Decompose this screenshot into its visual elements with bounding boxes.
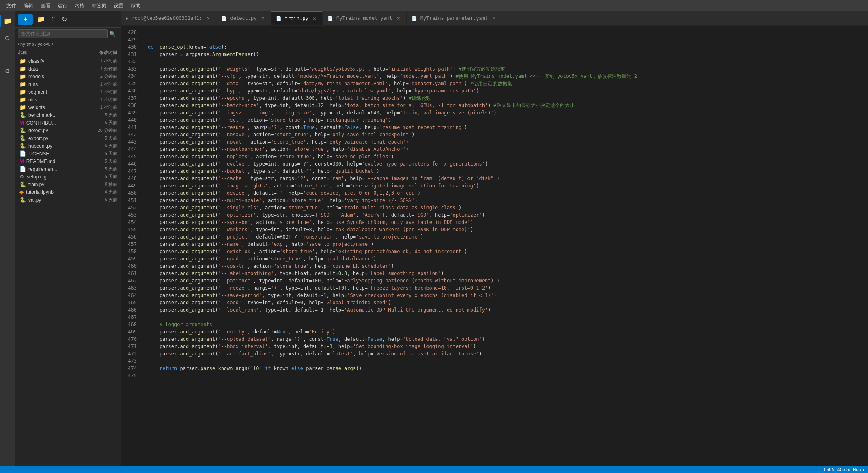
menu-file[interactable]: 文件: [3, 2, 19, 10]
code-line: parser.add_argument('--exist-ok', action…: [148, 248, 868, 255]
col-name: 名称: [18, 49, 27, 56]
file-name: train.py: [28, 182, 101, 187]
line-number: 442: [121, 131, 141, 138]
statusbar-right: CSDN ©Cold-Moon: [824, 467, 864, 472]
tab-close-detect[interactable]: ×: [260, 15, 265, 22]
tab-icon-mytrains_model: 📄: [327, 16, 333, 21]
list-item[interactable]: M README.md 5 天前: [15, 157, 121, 165]
file-time: 5 天前: [105, 112, 117, 118]
menu-tabs[interactable]: 标签页: [88, 2, 110, 10]
gear-icon[interactable]: ⚙: [3, 64, 12, 77]
search-box: 🔍: [15, 28, 121, 40]
list-item[interactable]: 🐍 train.py 几秒前: [15, 181, 121, 188]
line-number: 458: [121, 248, 141, 255]
code-line: [148, 58, 868, 65]
list-item[interactable]: ◆ tutorial.ipynb 4 天前: [15, 188, 121, 196]
file-name: classify: [28, 58, 98, 64]
new-button[interactable]: +: [18, 14, 33, 25]
tab-label-root: root@leb5ee02e000301a41:: [132, 15, 202, 21]
file-list-header: 名称 修改时间: [15, 48, 121, 57]
code-line: parser.add_argument('--noautoanchor', ac…: [148, 146, 868, 153]
py-icon: 🐍: [19, 197, 26, 203]
line-number: 451: [121, 197, 141, 204]
list-item[interactable]: 🐍 export.py 5 天前: [15, 134, 121, 142]
list-item[interactable]: 📄 requiremen... 5 天前: [15, 165, 121, 173]
list-item[interactable]: 📁 weights 1 小时前: [15, 103, 121, 111]
menu-help[interactable]: 帮助: [127, 2, 144, 10]
list-item[interactable]: 📄 LICENSE 5 天前: [15, 150, 121, 157]
line-numbers: 4284294304314324334344354364374384394404…: [121, 26, 141, 466]
refresh-button[interactable]: ↻: [60, 14, 69, 25]
tab-close-mytrains_model[interactable]: ×: [395, 15, 401, 22]
sidebar-toolbar: + 📁 ⇧ ↻: [15, 11, 121, 28]
search-input[interactable]: [18, 29, 108, 38]
code-editor[interactable]: 4284294304314324334344354364374384394404…: [121, 26, 868, 466]
line-number: 445: [121, 153, 141, 160]
code-line: parser.add_argument('--project', default…: [148, 233, 868, 241]
file-list: 📁 classify 1 小时前📁 data 4 分钟前📁 models 2 分…: [15, 57, 121, 466]
tab-icon-train: 📄: [276, 16, 282, 21]
line-number: 428: [121, 29, 141, 36]
list-item[interactable]: 📁 classify 1 小时前: [15, 57, 121, 65]
file-time: 1 小时前: [100, 89, 117, 95]
list-item[interactable]: 🐍 benchmark... 5 天前: [15, 111, 121, 119]
menu-settings[interactable]: 设置: [110, 2, 127, 10]
txt-icon: 📄: [19, 150, 26, 157]
tab-close-mytrains_param[interactable]: ×: [491, 15, 497, 22]
search-button[interactable]: 🔍: [108, 30, 117, 38]
path-label: / hy-tmp / yolov5 /: [15, 40, 121, 48]
file-name: tutorial.ipynb: [26, 189, 102, 195]
list-item[interactable]: 📁 data 4 分钟前: [15, 65, 121, 73]
files-icon[interactable]: 📁: [0, 15, 14, 27]
code-line: parser = argparse.ArgumentParser(): [148, 51, 868, 58]
folder-button[interactable]: 📁: [35, 14, 47, 25]
tab-root[interactable]: ▶ root@leb5ee02e000301a41: ×: [121, 11, 216, 25]
line-number: 434: [121, 73, 141, 80]
file-name: setup.cfg: [27, 174, 102, 180]
tab-detect[interactable]: 📄 detect.py ×: [216, 11, 271, 25]
editor-area: ▶ root@leb5ee02e000301a41: ×📄 detect.py …: [121, 11, 868, 466]
list-icon[interactable]: ☰: [2, 48, 13, 60]
file-name: export.py: [28, 135, 102, 141]
file-time: 5 天前: [105, 135, 117, 141]
list-item[interactable]: 📁 runs 1 小时前: [15, 80, 121, 88]
code-line: parser.add_argument('--evolve', type=int…: [148, 160, 868, 168]
line-number: 448: [121, 175, 141, 182]
code-content[interactable]: def parse_opt(known=False): parser = arg…: [141, 26, 868, 466]
list-item[interactable]: 📁 utils 1 小时前: [15, 96, 121, 103]
file-time: 5 天前: [105, 120, 117, 126]
circle-icon[interactable]: ◯: [3, 31, 12, 44]
folder-icon: 📁: [19, 73, 26, 80]
line-number: 432: [121, 58, 141, 65]
file-time: 1 小时前: [100, 97, 117, 103]
line-number: 467: [121, 314, 141, 321]
py-icon: 🐍: [19, 112, 26, 118]
list-item[interactable]: 📁 segment 1 小时前: [15, 88, 121, 96]
line-number: 472: [121, 350, 141, 357]
line-number: 465: [121, 299, 141, 306]
line-number: 469: [121, 328, 141, 335]
tab-mytrains_param[interactable]: 📄 MyTrains_parameter.yaml ×: [407, 11, 502, 25]
tab-mytrains_model[interactable]: 📄 MyTrains_model.yaml ×: [323, 11, 407, 25]
menu-kernel[interactable]: 内核: [71, 2, 88, 10]
code-line: parser.add_argument('--artifact_alias', …: [148, 350, 868, 357]
list-item[interactable]: M CONTRIBU... 5 天前: [15, 119, 121, 127]
menu-view[interactable]: 查看: [37, 2, 54, 10]
menu-edit[interactable]: 编辑: [20, 2, 37, 10]
menu-run[interactable]: 运行: [54, 2, 71, 10]
code-line: parser.add_argument('--nosave', action='…: [148, 131, 868, 138]
code-line: parser.add_argument('--noval', action='s…: [148, 138, 868, 146]
list-item[interactable]: 📁 models 2 分钟前: [15, 73, 121, 80]
code-line: parser.add_argument('--hyp', type=str, d…: [148, 87, 868, 95]
list-item[interactable]: 🐍 hubconf.py 5 天前: [15, 142, 121, 150]
code-line: parser.add_argument('--label-smoothing',…: [148, 270, 868, 277]
list-item[interactable]: ⚙ setup.cfg 5 天前: [15, 173, 121, 181]
list-item[interactable]: 🐍 detect.py 26 分钟前: [15, 127, 121, 134]
tab-train[interactable]: 📄 train.py ×: [271, 11, 323, 25]
folder-icon: 📁: [19, 104, 26, 110]
line-number: 454: [121, 219, 141, 226]
tab-close-root[interactable]: ×: [205, 15, 211, 22]
tab-close-train[interactable]: ×: [312, 15, 317, 22]
upload-button[interactable]: ⇧: [49, 14, 58, 25]
list-item[interactable]: 🐍 val.py 5 天前: [15, 196, 121, 204]
